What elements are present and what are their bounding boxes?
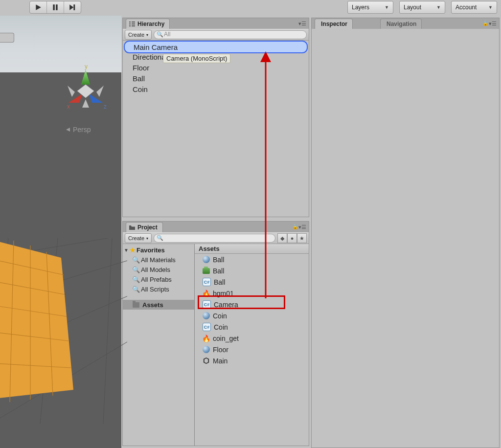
project-assets-column: Assets BallBallBallbgm01CameraCoinCoinco… (195, 244, 309, 446)
sphere-icon (203, 346, 210, 353)
axis-z-label: z (104, 103, 107, 110)
inspector-panel: Inspector Navigation 🔒 ▾☰ (311, 18, 500, 448)
svg-rect-2 (56, 4, 58, 10)
assets-root-folder[interactable]: Assets (123, 300, 194, 310)
favorite-search[interactable]: 🔍 All Models (123, 265, 194, 274)
svg-marker-10 (68, 94, 82, 103)
playback-controls (29, 1, 81, 14)
svg-marker-5 (68, 86, 75, 97)
layers-dropdown[interactable]: Layers▼ (347, 1, 393, 14)
cs-icon (203, 323, 211, 331)
svg-marker-9 (81, 70, 90, 85)
asset-item[interactable]: Coin (195, 321, 309, 333)
svg-rect-36 (129, 25, 131, 26)
project-panel: Project 🔒 ▾☰ Create 🔍 ◆ ● ★ ▼ (122, 221, 309, 446)
scene-floor-mesh (0, 238, 127, 424)
asset-item[interactable]: Main (195, 355, 309, 366)
svg-rect-1 (53, 4, 55, 10)
asset-item[interactable]: Ball (195, 254, 309, 265)
cs-icon (203, 300, 211, 309)
pause-button[interactable] (47, 1, 64, 13)
search-icon: 🔍 (132, 286, 140, 293)
filter-by-type-icon[interactable]: ◆ (277, 233, 287, 243)
scene-view[interactable]: y x z Persp (0, 16, 121, 448)
axis-x-label: x (67, 103, 70, 110)
svg-marker-11 (89, 94, 103, 103)
hierarchy-panel: Hierarchy ▾☰ Create 🔍 All Camera (MonoSc… (122, 18, 309, 217)
asset-item[interactable]: Ball (195, 276, 309, 288)
cs-icon (203, 278, 211, 286)
svg-rect-32 (129, 22, 131, 22)
hierarchy-item[interactable]: Ball (123, 73, 309, 84)
drag-tooltip: Camera (MonoScript) (163, 54, 230, 63)
play-button[interactable] (30, 1, 47, 13)
search-icon: 🔍 (157, 31, 163, 38)
sphere-icon (203, 312, 210, 319)
favorite-search[interactable]: 🔍 All Scripts (123, 284, 194, 294)
assets-breadcrumb[interactable]: Assets (195, 244, 309, 254)
svg-marker-14 (66, 128, 70, 132)
hierarchy-item[interactable]: Coin (123, 84, 309, 94)
svg-rect-35 (132, 23, 135, 24)
svg-rect-34 (129, 23, 131, 24)
hierarchy-list: Camera (MonoScript) Main CameraDirection… (123, 41, 309, 217)
filter-by-label-icon[interactable]: ● (287, 233, 297, 243)
axis-y-label: y (85, 63, 88, 70)
hierarchy-item[interactable]: Floor (123, 62, 309, 73)
navigation-tab[interactable]: Navigation (380, 19, 422, 29)
lock-icon[interactable]: 🔒 (292, 224, 298, 229)
fire-icon (203, 290, 210, 297)
asset-item[interactable]: Floor (195, 344, 309, 355)
project-search-input[interactable]: 🔍 (154, 234, 275, 243)
hierarchy-create-dropdown[interactable]: Create (125, 30, 152, 40)
fire-icon (203, 335, 210, 342)
perspective-label[interactable]: Persp (65, 126, 91, 134)
search-icon: 🔍 (132, 256, 140, 264)
project-tab[interactable]: Project (126, 222, 163, 232)
panel-options-icon[interactable]: ▾☰ (298, 224, 306, 230)
panel-options-icon[interactable]: ▾☰ (298, 21, 306, 27)
svg-rect-4 (73, 4, 75, 10)
favorite-search[interactable]: 🔍 All Materials (123, 255, 194, 265)
orientation-gizmo[interactable]: y x z (59, 63, 113, 116)
sphere-icon (203, 256, 210, 263)
folder-icon (133, 302, 139, 308)
asset-item[interactable]: Ball (195, 265, 309, 276)
svg-rect-38 (129, 225, 131, 226)
account-dropdown[interactable]: Account▼ (451, 1, 497, 14)
svg-marker-6 (96, 86, 104, 97)
favorite-search[interactable]: 🔍 All Prefabs (123, 274, 194, 284)
hierarchy-search-input[interactable]: 🔍 All (154, 30, 307, 39)
project-tree: ▼★ Favorites 🔍 All Materials🔍 All Models… (123, 244, 195, 446)
svg-marker-22 (0, 238, 73, 400)
svg-marker-3 (69, 4, 73, 10)
unity-icon (203, 357, 210, 364)
svg-rect-33 (132, 22, 135, 22)
step-button[interactable] (64, 1, 81, 13)
asset-item[interactable]: Coin (195, 310, 309, 321)
svg-line-21 (103, 238, 113, 424)
asset-item[interactable]: coin_get (195, 333, 309, 344)
scene-tab-handle[interactable] (0, 33, 14, 43)
prefab-icon (203, 268, 210, 274)
svg-marker-7 (82, 99, 89, 108)
favorites-header[interactable]: ▼★ Favorites (123, 245, 194, 255)
svg-marker-40 (205, 358, 208, 363)
top-toolbar: Layers▼ Layout▼ Account▼ (0, 0, 501, 16)
asset-item[interactable]: bgm01 (195, 288, 309, 299)
inspector-tab[interactable]: Inspector (315, 19, 353, 29)
search-icon: 🔍 (132, 266, 140, 273)
star-icon: ★ (130, 246, 136, 254)
layout-dropdown[interactable]: Layout▼ (399, 1, 445, 14)
asset-item[interactable]: Camera (195, 299, 309, 310)
svg-marker-0 (36, 4, 41, 10)
panel-options-icon[interactable]: ▾☰ (489, 21, 497, 27)
hierarchy-tab[interactable]: Hierarchy (126, 19, 170, 29)
hierarchy-icon (129, 21, 135, 27)
folder-icon (129, 224, 135, 230)
lock-icon[interactable]: 🔒 (482, 21, 488, 26)
project-create-dropdown[interactable]: Create (125, 233, 152, 243)
svg-rect-37 (132, 25, 135, 26)
save-search-icon[interactable]: ★ (297, 233, 307, 243)
search-icon: 🔍 (157, 235, 163, 241)
